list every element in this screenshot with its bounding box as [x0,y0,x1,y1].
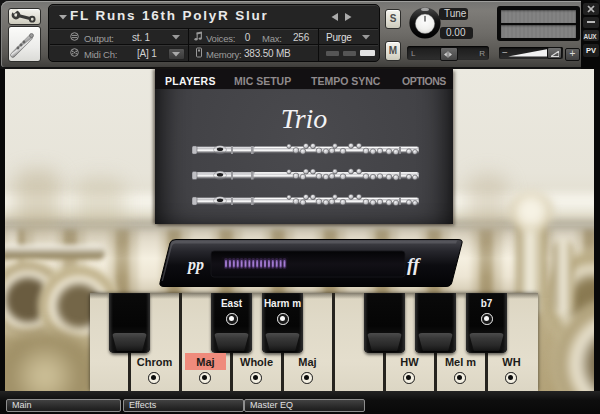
svg-text:ff: ff [407,254,421,275]
svg-text:pp: pp [186,256,204,274]
